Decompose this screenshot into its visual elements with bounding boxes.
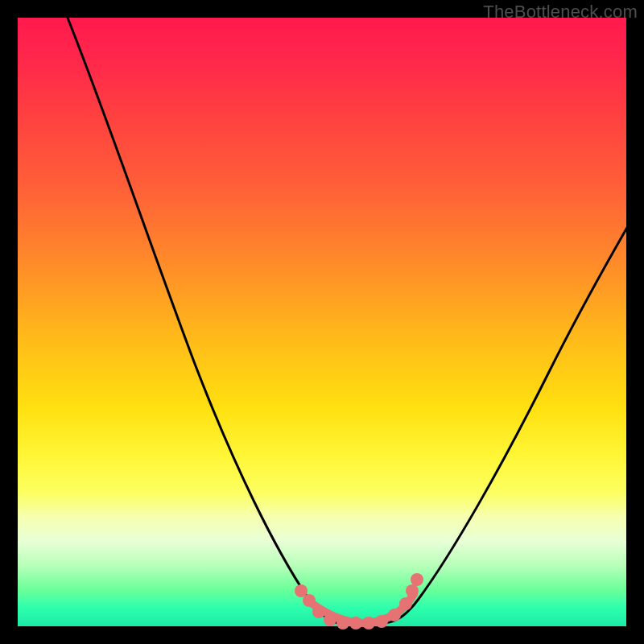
marker-dot xyxy=(336,617,349,630)
marker-dot xyxy=(411,573,423,586)
marker-dot xyxy=(406,584,419,597)
curves-svg xyxy=(18,18,626,626)
marker-dot xyxy=(312,605,325,618)
marker-dot xyxy=(303,594,316,607)
marker-dot xyxy=(388,609,401,621)
plot-area xyxy=(18,18,626,626)
marker-dot xyxy=(362,617,375,630)
watermark-text: TheBottleneck.com xyxy=(483,2,638,23)
marker-dot xyxy=(349,617,362,630)
chart-frame: TheBottleneck.com xyxy=(0,0,644,644)
right-curve xyxy=(382,215,634,623)
marker-dot xyxy=(375,615,388,628)
left-curve xyxy=(64,10,340,623)
marker-dot xyxy=(399,597,412,610)
marker-dot xyxy=(324,613,336,626)
